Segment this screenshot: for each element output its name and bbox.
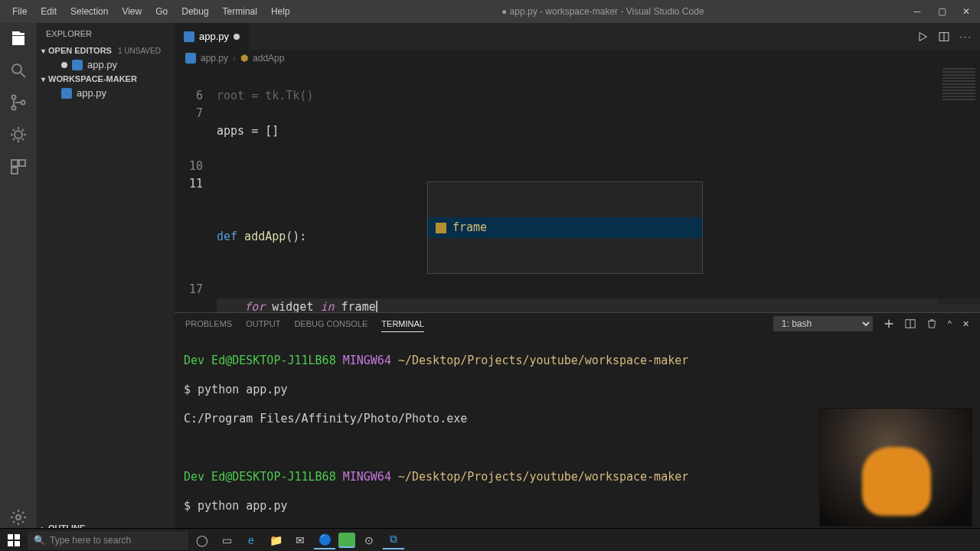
tab-output[interactable]: OUTPUT — [246, 316, 280, 331]
file-label: app.py — [87, 59, 117, 70]
svg-point-0 — [12, 64, 21, 73]
search-icon: 🔍 — [34, 535, 45, 546]
split-editor-icon[interactable] — [938, 31, 950, 43]
menu-view[interactable]: View — [116, 3, 148, 20]
autocomplete-item[interactable]: frame — [428, 217, 702, 238]
chevron-right-icon: › — [233, 53, 236, 64]
search-icon[interactable] — [9, 61, 28, 80]
settings-gear-icon[interactable] — [9, 508, 28, 527]
search-placeholder: Type here to search — [50, 535, 131, 546]
tab-label: app.py — [199, 31, 229, 42]
breadcrumb[interactable]: app.py › ⬢ addApp — [175, 50, 980, 67]
app2-icon[interactable]: ⊙ — [358, 531, 380, 549]
menu-file[interactable]: File — [6, 3, 33, 20]
line-gutter: 6 7 10 11 17 — [175, 67, 217, 312]
workspace-file[interactable]: app.py — [37, 85, 175, 101]
svg-rect-6 — [11, 160, 18, 166]
python-file-icon — [185, 53, 196, 64]
open-editors-header[interactable]: ▾ OPEN EDITORS 1 UNSAVED — [37, 44, 175, 57]
webcam-overlay — [819, 408, 972, 527]
autocomplete-popup[interactable]: frame — [427, 181, 703, 274]
modified-dot-icon — [234, 34, 240, 40]
breadcrumb-file[interactable]: app.py — [201, 53, 228, 64]
svg-rect-16 — [8, 541, 13, 546]
window-title: ● app.py - workspace-maker - Visual Stud… — [296, 6, 910, 17]
run-icon[interactable] — [916, 31, 929, 43]
open-editors-label: OPEN EDITORS — [48, 46, 112, 55]
app-icon[interactable] — [338, 533, 355, 548]
edge-icon[interactable]: e — [240, 531, 262, 549]
taskbar-search[interactable]: 🔍 Type here to search — [28, 531, 188, 549]
file-label: app.py — [77, 87, 106, 99]
menu-bar: File Edit Selection View Go Debug Termin… — [6, 3, 296, 20]
vscode-icon[interactable]: ⧉ — [383, 531, 404, 549]
task-view-icon[interactable]: ▭ — [216, 531, 237, 549]
start-button[interactable] — [3, 531, 24, 549]
new-terminal-icon[interactable] — [884, 318, 894, 329]
python-file-icon — [61, 88, 72, 99]
unsaved-badge: 1 UNSAVED — [118, 47, 161, 55]
python-file-icon — [72, 60, 83, 70]
explorer-title: EXPLORER — [37, 23, 175, 44]
minimize-button[interactable]: ─ — [910, 6, 925, 17]
menu-debug[interactable]: Debug — [175, 3, 214, 20]
svg-rect-17 — [15, 541, 20, 546]
svg-rect-15 — [15, 534, 20, 540]
svg-line-1 — [21, 73, 25, 77]
chevron-down-icon: ▾ — [41, 75, 45, 83]
breadcrumb-symbol[interactable]: addApp — [253, 53, 284, 64]
workspace-label: WORKSPACE-MAKER — [48, 74, 137, 83]
svg-rect-8 — [11, 168, 18, 174]
file-explorer-icon[interactable]: 📁 — [265, 531, 286, 549]
close-button[interactable]: ✕ — [959, 6, 974, 17]
svg-point-4 — [21, 101, 25, 105]
source-control-icon[interactable] — [9, 93, 28, 112]
activity-bar — [0, 23, 37, 534]
code-content[interactable]: root = tk.Tk() apps = [] def addApp(): f… — [217, 67, 980, 312]
code-editor[interactable]: 6 7 10 11 17 root = tk.Tk() apps = [] de… — [175, 67, 980, 312]
explorer-sidebar: EXPLORER ▾ OPEN EDITORS 1 UNSAVED app.py… — [37, 23, 175, 534]
svg-rect-14 — [8, 534, 13, 540]
chrome-icon[interactable]: 🔵 — [314, 531, 335, 549]
tab-problems[interactable]: PROBLEMS — [185, 316, 232, 331]
svg-point-3 — [12, 106, 16, 110]
svg-rect-7 — [19, 160, 25, 166]
text-cursor — [376, 301, 377, 313]
tab-app-py[interactable]: app.py — [175, 23, 250, 50]
mail-icon[interactable]: ✉ — [289, 531, 311, 549]
modified-dot-icon — [61, 62, 67, 68]
close-panel-icon[interactable]: ✕ — [962, 319, 969, 329]
trash-icon[interactable] — [926, 318, 937, 329]
explorer-icon[interactable] — [9, 29, 28, 47]
cortana-icon[interactable]: ◯ — [191, 531, 213, 549]
menu-terminal[interactable]: Terminal — [217, 3, 263, 20]
svg-point-5 — [15, 131, 22, 139]
windows-taskbar: 🔍 Type here to search ◯ ▭ e 📁 ✉ 🔵 ⊙ ⧉ — [0, 528, 980, 551]
titlebar: File Edit Selection View Go Debug Termin… — [0, 0, 980, 23]
symbol-icon: ⬢ — [240, 53, 248, 64]
extensions-icon[interactable] — [9, 158, 28, 176]
tab-debug-console[interactable]: DEBUG CONSOLE — [294, 316, 368, 331]
more-icon[interactable]: ··· — [959, 31, 972, 42]
svg-point-2 — [12, 96, 16, 99]
menu-selection[interactable]: Selection — [64, 3, 114, 20]
autocomplete-label: frame — [452, 219, 487, 236]
minimap[interactable] — [938, 67, 980, 304]
maximize-button[interactable]: ▢ — [934, 6, 949, 17]
menu-edit[interactable]: Edit — [34, 3, 63, 20]
debug-icon[interactable] — [9, 126, 28, 144]
python-file-icon — [184, 31, 194, 42]
maximize-panel-icon[interactable]: ^ — [948, 319, 952, 328]
editor-tabs: app.py ··· — [175, 23, 980, 50]
svg-point-9 — [16, 515, 21, 520]
terminal-selector[interactable]: 1: bash — [773, 316, 873, 331]
menu-go[interactable]: Go — [149, 3, 174, 20]
menu-help[interactable]: Help — [265, 3, 296, 20]
split-terminal-icon[interactable] — [905, 318, 916, 329]
open-editor-file[interactable]: app.py — [37, 57, 175, 73]
variable-icon — [436, 223, 446, 233]
tab-terminal[interactable]: TERMINAL — [381, 316, 424, 332]
workspace-header[interactable]: ▾ WORKSPACE-MAKER — [37, 73, 175, 85]
chevron-down-icon: ▾ — [41, 47, 45, 55]
